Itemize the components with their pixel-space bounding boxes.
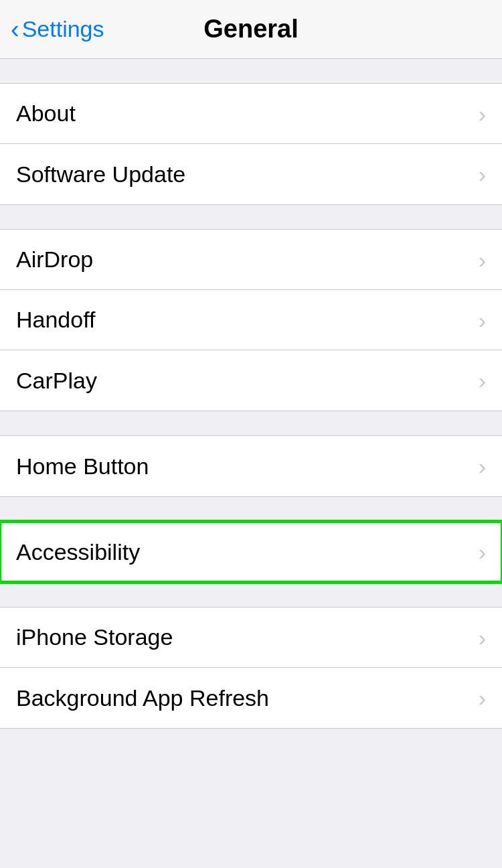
handoff-label: Handoff [16,307,95,333]
about-label: About [16,100,76,127]
back-label: Settings [22,16,104,42]
settings-row-airdrop[interactable]: AirDrop › [0,230,502,290]
settings-group-1: About › Software Update › [0,83,502,205]
section-gap-bottom [0,729,502,753]
airdrop-label: AirDrop [16,246,93,273]
chevron-right-icon: › [479,248,486,271]
section-gap-top [0,59,502,83]
settings-row-accessibility[interactable]: Accessibility › [0,522,502,582]
chevron-right-icon: › [479,686,486,709]
settings-group-4: Accessibility › [0,521,502,583]
settings-group-3: Home Button › [0,435,502,497]
settings-row-home-button[interactable]: Home Button › [0,436,502,496]
chevron-right-icon: › [479,102,486,125]
settings-row-handoff[interactable]: Handoff › [0,290,502,350]
page-title: General [203,15,299,44]
chevron-right-icon: › [479,163,486,186]
nav-bar: ‹ Settings General [0,0,502,59]
iphone-storage-label: iPhone Storage [16,624,173,650]
software-update-label: Software Update [16,161,185,188]
chevron-right-icon: › [479,540,486,563]
section-gap-1 [0,205,502,229]
section-gap-2 [0,411,502,435]
section-gap-4 [0,583,502,607]
section-gap-3 [0,497,502,521]
accessibility-label: Accessibility [16,539,140,565]
chevron-right-icon: › [479,455,486,478]
settings-row-software-update[interactable]: Software Update › [0,144,502,204]
chevron-right-icon: › [479,309,486,332]
background-app-refresh-label: Background App Refresh [16,685,269,711]
settings-group-2: AirDrop › Handoff › CarPlay › [0,229,502,411]
carplay-label: CarPlay [16,368,97,394]
back-button[interactable]: ‹ Settings [11,16,104,42]
settings-row-iphone-storage[interactable]: iPhone Storage › [0,607,502,668]
settings-row-background-app-refresh[interactable]: Background App Refresh › [0,668,502,728]
chevron-right-icon: › [479,626,486,649]
home-button-label: Home Button [16,453,149,480]
settings-group-5: iPhone Storage › Background App Refresh … [0,607,502,729]
chevron-right-icon: › [479,369,486,392]
settings-row-carplay[interactable]: CarPlay › [0,350,502,411]
back-chevron-icon: ‹ [11,17,19,42]
settings-row-about[interactable]: About › [0,84,502,144]
